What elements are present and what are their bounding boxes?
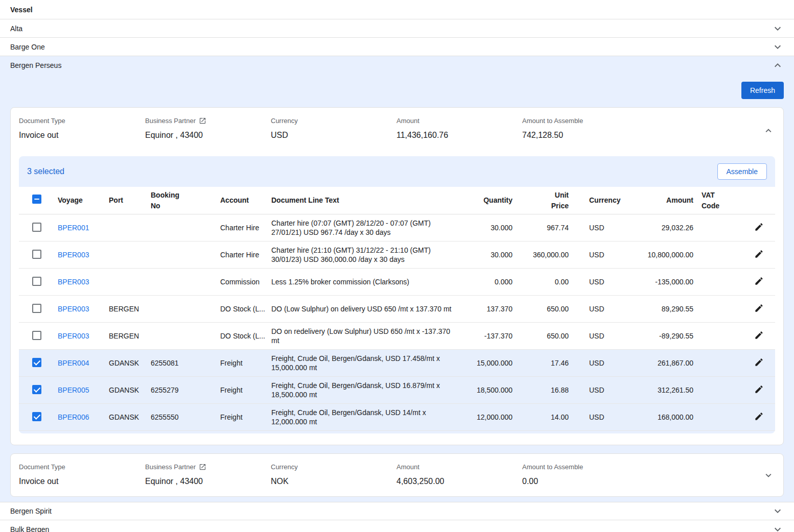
booking-no-cell: 6255081 [151,359,220,367]
amount-to-assemble-field: Amount to Assemble 742,128.50 [522,117,775,140]
amount-field: Amount 11,436,160.76 [396,117,522,140]
port-cell: GDANSK [109,359,151,367]
line-text-cell: Freight, Crude Oil, Bergen/Gdansk, USD 1… [271,381,463,399]
amount-label: Amount [396,463,522,471]
amount-cell: 312,261.50 [616,386,693,394]
chevron-down-icon[interactable] [772,22,784,35]
business-partner-field: Business Partner Equinor , 43400 [145,463,271,486]
edit-icon[interactable] [754,222,764,232]
table-row: BPER004 GDANSK 6255081 Freight Freight, … [19,350,775,377]
account-cell: DO Stock (L... [220,305,271,313]
unit-price-cell: 0.00 [512,278,569,286]
open-in-new-icon[interactable] [199,463,206,471]
currency-label: Currency [271,463,396,471]
chevron-up-icon[interactable] [763,125,774,136]
chevron-down-icon[interactable] [772,41,784,53]
vessel-row-bergen-spirit[interactable]: Bergen Spirit [0,502,794,520]
amount-cell: -89,290.55 [616,332,693,340]
voyage-link[interactable]: BPER003 [58,278,89,286]
table-row: BPER003 BERGEN DO Stock (L... DO (Low Su… [19,296,775,323]
document-card-nok: Document Type Invoice out Business Partn… [10,453,784,497]
col-header-vat-code: VAT Code [693,190,742,211]
select-all-checkbox[interactable] [32,195,41,204]
document-type-value: Invoice out [19,477,145,486]
unit-price-cell: 14.00 [512,413,569,421]
business-partner-value: Equinor , 43400 [145,131,271,140]
voyage-link[interactable]: BPER001 [58,224,89,232]
port-cell: GDANSK [109,413,151,421]
amount-cell: 10,800,000.00 [616,251,693,259]
chevron-down-icon[interactable] [763,470,774,481]
col-header-line-text: Document Line Text [271,195,463,206]
open-in-new-icon[interactable] [199,117,206,125]
voyage-link[interactable]: BPER003 [58,305,89,313]
table-row: BPER003 BERGEN DO Stock (L... DO on rede… [19,323,775,350]
document-type-value: Invoice out [19,131,145,140]
row-checkbox[interactable] [32,331,41,340]
currency-cell: USD [569,278,616,286]
booking-no-cell: 6255279 [151,386,220,394]
voyage-link[interactable]: BPER003 [58,251,89,259]
table-row: BPER006 GDANSK 6255550 Freight Freight, … [19,404,775,431]
document-summary: Document Type Invoice out Business Partn… [11,454,783,496]
line-text-cell: Charter hire (07:07 (GMT) 28/12/20 - 07:… [271,219,463,237]
row-checkbox[interactable] [32,250,41,259]
unit-price-cell: 967.74 [512,224,569,232]
col-header-voyage: Voyage [58,195,109,206]
assemble-button[interactable]: Assemble [717,163,767,180]
edit-icon[interactable] [754,357,764,367]
currency-cell: USD [569,224,616,232]
vessel-row-barge-one[interactable]: Barge One [0,38,794,56]
amount-cell: 29,032.26 [616,224,693,232]
document-type-field: Document Type Invoice out [19,117,145,140]
vessel-row-alta[interactable]: Alta [0,19,794,38]
quantity-cell: 0.000 [463,278,512,286]
voyage-link[interactable]: BPER004 [58,359,89,367]
voyage-link[interactable]: BPER003 [58,332,89,340]
account-cell: Freight [220,359,271,367]
document-card-usd: Document Type Invoice out Business Partn… [10,107,784,445]
edit-icon[interactable] [754,303,764,313]
amount-cell: 89,290.55 [616,305,693,313]
col-header-currency: Currency [569,195,616,206]
row-checkbox[interactable] [32,223,41,232]
row-checkbox[interactable] [32,412,41,421]
account-cell: Freight [220,413,271,421]
edit-icon[interactable] [754,330,764,340]
edit-icon[interactable] [754,249,764,259]
vessel-label: Bulk Bergen [10,525,49,532]
line-text-cell: Charter hire (21:10 (GMT) 31/12/22 - 21:… [271,246,463,264]
refresh-button[interactable]: Refresh [741,82,784,99]
row-checkbox[interactable] [32,385,41,394]
edit-icon[interactable] [754,276,764,286]
vessel-row-bulk-bergen[interactable]: Bulk Bergen [0,520,794,532]
account-cell: Charter Hire [220,251,271,259]
amount-cell: 261,867.00 [616,359,693,367]
chevron-up-icon[interactable] [772,59,784,71]
row-checkbox[interactable] [32,277,41,286]
amount-to-assemble-label: Amount to Assemble [522,463,775,471]
chevron-down-icon[interactable] [772,523,784,532]
voyage-link[interactable]: BPER006 [58,413,89,421]
col-header-port: Port [109,195,151,206]
edit-icon[interactable] [754,412,764,421]
col-header-unit-price: Unit Price [512,190,569,211]
row-checkbox[interactable] [32,358,41,367]
vessel-row-bergen-perseus[interactable]: Bergen Perseus [0,56,794,75]
chevron-down-icon[interactable] [772,505,784,517]
currency-cell: USD [569,413,616,421]
amount-value: 11,436,160.76 [396,131,522,140]
line-text-cell: Freight, Crude Oil, Bergen/Gdansk, USD 1… [271,354,463,372]
selection-count: 3 selected [27,167,64,176]
unit-price-cell: 650.00 [512,332,569,340]
quantity-cell: 137.370 [463,305,512,313]
vessel-label: Alta [10,25,22,33]
document-type-label: Document Type [19,463,145,471]
currency-cell: USD [569,332,616,340]
edit-icon[interactable] [754,384,764,394]
selection-bar: 3 selected Assemble [19,156,775,187]
page-title: Vessel [0,0,794,19]
row-checkbox[interactable] [32,304,41,313]
booking-no-cell: 6255550 [151,413,220,421]
voyage-link[interactable]: BPER005 [58,386,89,394]
